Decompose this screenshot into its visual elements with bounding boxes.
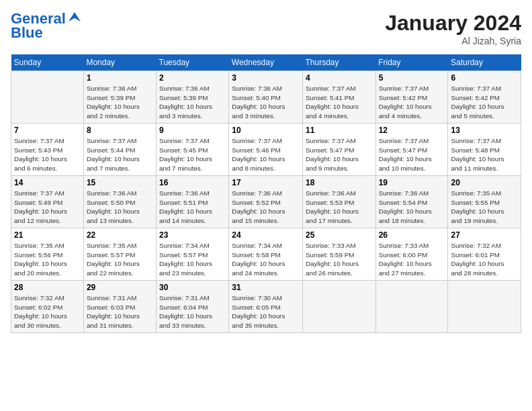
table-row — [303, 281, 376, 333]
table-row: 18Sunrise: 7:36 AMSunset: 5:53 PMDayligh… — [303, 176, 376, 228]
day-number: 24 — [232, 230, 300, 240]
table-row: 2Sunrise: 7:36 AMSunset: 5:39 PMDaylight… — [157, 71, 229, 124]
table-row — [11, 71, 84, 124]
day-number: 23 — [159, 230, 226, 240]
day-number: 14 — [14, 178, 81, 187]
table-row: 11Sunrise: 7:37 AMSunset: 5:47 PMDayligh… — [303, 124, 376, 176]
day-info: Sunrise: 7:36 AMSunset: 5:51 PMDaylight:… — [159, 189, 226, 226]
day-info: Sunrise: 7:37 AMSunset: 5:41 PMDaylight:… — [306, 84, 373, 121]
calendar-week-row: 21Sunrise: 7:35 AMSunset: 5:56 PMDayligh… — [11, 228, 521, 281]
day-number: 27 — [451, 230, 518, 240]
day-info: Sunrise: 7:36 AMSunset: 5:50 PMDaylight:… — [87, 189, 153, 226]
day-number: 22 — [87, 230, 153, 240]
calendar-week-row: 28Sunrise: 7:32 AMSunset: 6:02 PMDayligh… — [11, 281, 521, 333]
day-number: 29 — [87, 283, 153, 292]
day-info: Sunrise: 7:37 AMSunset: 5:46 PMDaylight:… — [232, 136, 300, 173]
day-number: 20 — [451, 178, 518, 187]
day-number: 10 — [232, 126, 300, 135]
day-number: 18 — [306, 178, 373, 187]
day-info: Sunrise: 7:30 AMSunset: 6:05 PMDaylight:… — [232, 293, 300, 330]
day-number: 30 — [159, 283, 226, 292]
calendar-week-row: 14Sunrise: 7:37 AMSunset: 5:49 PMDayligh… — [11, 176, 521, 228]
table-row: 29Sunrise: 7:31 AMSunset: 6:03 PMDayligh… — [83, 281, 156, 333]
table-row: 21Sunrise: 7:35 AMSunset: 5:56 PMDayligh… — [11, 228, 84, 281]
calendar-week-row: 7Sunrise: 7:37 AMSunset: 5:43 PMDaylight… — [11, 124, 521, 176]
title-block: January 2024 Al Jizah, Syria — [385, 11, 521, 46]
day-info: Sunrise: 7:35 AMSunset: 5:55 PMDaylight:… — [451, 189, 518, 226]
day-number: 25 — [306, 230, 373, 240]
table-row: 26Sunrise: 7:33 AMSunset: 6:00 PMDayligh… — [375, 228, 448, 281]
table-row: 25Sunrise: 7:33 AMSunset: 5:59 PMDayligh… — [303, 228, 376, 281]
day-number: 15 — [87, 178, 153, 187]
day-info: Sunrise: 7:36 AMSunset: 5:53 PMDaylight:… — [306, 189, 373, 226]
day-info: Sunrise: 7:37 AMSunset: 5:47 PMDaylight:… — [306, 136, 373, 173]
table-row: 7Sunrise: 7:37 AMSunset: 5:43 PMDaylight… — [11, 124, 84, 176]
day-number: 5 — [379, 73, 445, 83]
day-info: Sunrise: 7:31 AMSunset: 6:04 PMDaylight:… — [159, 293, 226, 330]
day-number: 12 — [379, 126, 445, 135]
day-number: 13 — [451, 126, 518, 135]
day-info: Sunrise: 7:36 AMSunset: 5:40 PMDaylight:… — [232, 84, 300, 121]
day-number: 8 — [87, 126, 153, 135]
table-row: 31Sunrise: 7:30 AMSunset: 6:05 PMDayligh… — [229, 281, 303, 333]
col-friday: Friday — [375, 54, 448, 71]
table-row: 23Sunrise: 7:34 AMSunset: 5:57 PMDayligh… — [157, 228, 229, 281]
logo: General Blue — [11, 11, 82, 42]
table-row: 27Sunrise: 7:32 AMSunset: 6:01 PMDayligh… — [448, 228, 521, 281]
table-row: 15Sunrise: 7:36 AMSunset: 5:50 PMDayligh… — [83, 176, 156, 228]
table-row: 12Sunrise: 7:37 AMSunset: 5:47 PMDayligh… — [375, 124, 448, 176]
day-number: 3 — [232, 73, 300, 83]
table-row: 1Sunrise: 7:36 AMSunset: 5:39 PMDaylight… — [83, 71, 156, 124]
svg-marker-0 — [69, 12, 81, 21]
table-row — [448, 281, 521, 333]
day-info: Sunrise: 7:37 AMSunset: 5:42 PMDaylight:… — [451, 84, 518, 121]
day-number: 7 — [14, 126, 81, 135]
day-number: 6 — [451, 73, 518, 83]
day-info: Sunrise: 7:31 AMSunset: 6:03 PMDaylight:… — [87, 293, 153, 330]
day-info: Sunrise: 7:32 AMSunset: 6:01 PMDaylight:… — [451, 241, 518, 278]
table-row: 28Sunrise: 7:32 AMSunset: 6:02 PMDayligh… — [11, 281, 84, 333]
table-row: 22Sunrise: 7:35 AMSunset: 5:57 PMDayligh… — [83, 228, 156, 281]
day-number: 4 — [306, 73, 373, 83]
page-header: General Blue January 2024 Al Jizah, Syri… — [11, 11, 521, 46]
col-sunday: Sunday — [11, 54, 84, 71]
calendar-table: Sunday Monday Tuesday Wednesday Thursday… — [11, 54, 521, 333]
day-info: Sunrise: 7:35 AMSunset: 5:56 PMDaylight:… — [14, 241, 81, 278]
day-info: Sunrise: 7:32 AMSunset: 6:02 PMDaylight:… — [14, 293, 81, 330]
day-number: 19 — [379, 178, 445, 187]
day-number: 26 — [379, 230, 445, 240]
day-number: 31 — [232, 283, 300, 292]
col-thursday: Thursday — [303, 54, 376, 71]
col-saturday: Saturday — [448, 54, 521, 71]
day-info: Sunrise: 7:36 AMSunset: 5:54 PMDaylight:… — [379, 189, 445, 226]
day-number: 21 — [14, 230, 81, 240]
day-number: 2 — [159, 73, 226, 83]
table-row: 9Sunrise: 7:37 AMSunset: 5:45 PMDaylight… — [157, 124, 229, 176]
calendar-week-row: 1Sunrise: 7:36 AMSunset: 5:39 PMDaylight… — [11, 71, 521, 124]
table-row: 13Sunrise: 7:37 AMSunset: 5:48 PMDayligh… — [448, 124, 521, 176]
day-number: 11 — [306, 126, 373, 135]
table-row: 6Sunrise: 7:37 AMSunset: 5:42 PMDaylight… — [448, 71, 521, 124]
day-number: 17 — [232, 178, 300, 187]
day-info: Sunrise: 7:37 AMSunset: 5:42 PMDaylight:… — [379, 84, 445, 121]
table-row: 24Sunrise: 7:34 AMSunset: 5:58 PMDayligh… — [229, 228, 303, 281]
day-info: Sunrise: 7:37 AMSunset: 5:48 PMDaylight:… — [451, 136, 518, 173]
day-info: Sunrise: 7:36 AMSunset: 5:52 PMDaylight:… — [232, 189, 300, 226]
day-info: Sunrise: 7:36 AMSunset: 5:39 PMDaylight:… — [159, 84, 226, 121]
month-year-title: January 2024 — [385, 11, 521, 36]
day-info: Sunrise: 7:34 AMSunset: 5:57 PMDaylight:… — [159, 241, 226, 278]
table-row: 16Sunrise: 7:36 AMSunset: 5:51 PMDayligh… — [157, 176, 229, 228]
day-info: Sunrise: 7:36 AMSunset: 5:39 PMDaylight:… — [87, 84, 153, 121]
col-tuesday: Tuesday — [157, 54, 229, 71]
location-subtitle: Al Jizah, Syria — [385, 36, 521, 46]
table-row: 17Sunrise: 7:36 AMSunset: 5:52 PMDayligh… — [229, 176, 303, 228]
calendar-header-row: Sunday Monday Tuesday Wednesday Thursday… — [11, 54, 521, 71]
day-info: Sunrise: 7:37 AMSunset: 5:47 PMDaylight:… — [379, 136, 445, 173]
table-row: 5Sunrise: 7:37 AMSunset: 5:42 PMDaylight… — [375, 71, 448, 124]
page-container: General Blue January 2024 Al Jizah, Syri… — [0, 0, 532, 338]
day-number: 1 — [87, 73, 153, 83]
logo-icon — [67, 9, 82, 24]
table-row: 19Sunrise: 7:36 AMSunset: 5:54 PMDayligh… — [375, 176, 448, 228]
col-monday: Monday — [83, 54, 156, 71]
table-row: 20Sunrise: 7:35 AMSunset: 5:55 PMDayligh… — [448, 176, 521, 228]
